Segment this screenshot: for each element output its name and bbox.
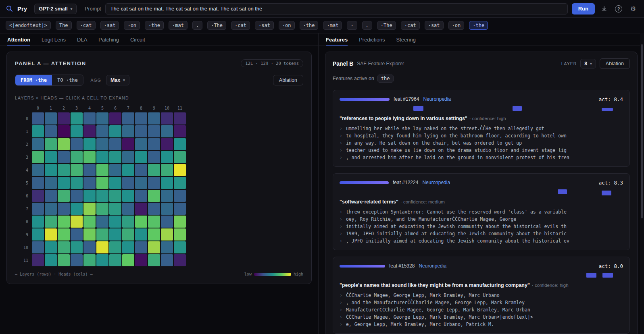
scrollbar-thumb[interactable] (641, 44, 643, 218)
tab-dla[interactable]: DLA (77, 33, 87, 46)
heatmap-cell[interactable] (83, 241, 96, 253)
heatmap-cell[interactable] (83, 151, 96, 163)
heatmap-cell[interactable] (45, 151, 57, 163)
heatmap-cell[interactable] (83, 203, 96, 215)
heatmap-cell[interactable] (45, 228, 57, 241)
heatmap-cell[interactable] (122, 241, 134, 253)
heatmap-cell[interactable] (71, 151, 83, 163)
token-chip[interactable]: ·the (300, 21, 319, 30)
heatmap-cell[interactable] (135, 125, 147, 137)
heatmap-cell[interactable] (122, 164, 134, 176)
heatmap-cell[interactable] (32, 203, 44, 215)
prompt-input[interactable] (105, 3, 568, 15)
heatmap-cell[interactable] (71, 112, 83, 124)
heatmap-cell[interactable] (174, 203, 186, 215)
heatmap-cell[interactable] (32, 254, 44, 266)
heatmap-cell[interactable] (45, 125, 57, 137)
token-chip[interactable]: ·The (207, 21, 226, 30)
token-chip[interactable]: . (362, 21, 372, 30)
heatmap-cell[interactable] (109, 125, 121, 137)
heatmap-cell[interactable] (83, 138, 96, 150)
heatmap-cell[interactable] (45, 164, 57, 176)
heatmap-cell[interactable] (148, 203, 160, 215)
heatmap-cell[interactable] (96, 177, 108, 189)
heatmap-cell[interactable] (83, 190, 96, 202)
heatmap-cell[interactable] (71, 125, 83, 137)
download-icon[interactable] (599, 4, 609, 14)
heatmap-cell[interactable] (58, 138, 70, 150)
heatmap-cell[interactable] (174, 125, 186, 137)
heatmap-cell[interactable] (148, 138, 160, 150)
heatmap-cell[interactable] (148, 125, 160, 137)
tab-logit-lens[interactable]: Logit Lens (42, 33, 66, 46)
token-chip[interactable]: ·the (469, 21, 488, 30)
heatmap-cell[interactable] (32, 151, 44, 163)
heatmap-cell[interactable] (161, 125, 173, 137)
heatmap-cell[interactable] (71, 216, 83, 228)
token-chip[interactable]: ·sat (425, 21, 444, 30)
heatmap-cell[interactable] (45, 112, 57, 124)
heatmap-cell[interactable] (109, 228, 121, 241)
heatmap-cell[interactable] (71, 228, 83, 241)
active-token-chip[interactable]: the (377, 75, 394, 83)
tab-steering[interactable]: Steering (396, 33, 416, 46)
token-chip[interactable]: ·cat (77, 21, 96, 30)
token-chip[interactable]: <|endoftext|> (6, 21, 51, 30)
heatmap-cell[interactable] (122, 151, 134, 163)
token-chip[interactable]: ·cat (231, 21, 250, 30)
neuronpedia-link[interactable]: Neuronpedia (423, 96, 451, 102)
token-chip[interactable]: ·sat (100, 21, 119, 30)
heatmap-cell[interactable] (71, 164, 83, 176)
token-chip[interactable]: ·The (377, 21, 396, 30)
heatmap-cell[interactable] (32, 177, 44, 189)
token-chip[interactable]: ·on (279, 21, 295, 30)
help-icon[interactable]: ? (615, 5, 622, 12)
heatmap-cell[interactable] (135, 177, 147, 189)
from-toggle-button[interactable]: FROM ·the (15, 75, 52, 85)
heatmap-cell[interactable] (58, 228, 70, 241)
heatmap-cell[interactable] (135, 254, 147, 266)
heatmap-cell[interactable] (58, 177, 70, 189)
heatmap-cell[interactable] (32, 216, 44, 228)
heatmap-cell[interactable] (58, 112, 70, 124)
scrollbar[interactable] (640, 33, 644, 334)
heatmap-cell[interactable] (135, 164, 147, 176)
heatmap-cell[interactable] (174, 112, 186, 124)
heatmap-cell[interactable] (83, 177, 96, 189)
heatmap-cell[interactable] (161, 151, 173, 163)
heatmap-cell[interactable] (161, 216, 173, 228)
heatmap-cell[interactable] (109, 138, 121, 150)
token-chip[interactable]: ·mat (169, 21, 188, 30)
heatmap-cell[interactable] (135, 138, 147, 150)
heatmap-cell[interactable] (122, 112, 134, 124)
tab-features[interactable]: Features (326, 33, 348, 46)
panel-a-ablation-button[interactable]: Ablation (273, 75, 303, 85)
heatmap-cell[interactable] (83, 125, 96, 137)
heatmap-cell[interactable] (148, 177, 160, 189)
heatmap-cell[interactable] (161, 112, 173, 124)
neuronpedia-link[interactable]: Neuronpedia (422, 180, 450, 185)
heatmap-cell[interactable] (45, 177, 57, 189)
heatmap-cell[interactable] (71, 138, 83, 150)
heatmap-cell[interactable] (161, 241, 173, 253)
heatmap-cell[interactable] (96, 151, 108, 163)
heatmap-cell[interactable] (122, 228, 134, 241)
heatmap-cell[interactable] (32, 164, 44, 176)
gear-icon[interactable]: ⚙ (628, 4, 638, 14)
panel-b-ablation-button[interactable]: Ablation (600, 58, 630, 69)
heatmap-cell[interactable] (96, 138, 108, 150)
heatmap-cell[interactable] (96, 164, 108, 176)
heatmap-cell[interactable] (71, 190, 83, 202)
tab-circuit[interactable]: Circuit (130, 33, 145, 46)
heatmap-cell[interactable] (83, 112, 96, 124)
heatmap-cell[interactable] (58, 164, 70, 176)
heatmap-cell[interactable] (135, 203, 147, 215)
heatmap-cell[interactable] (148, 216, 160, 228)
heatmap-cell[interactable] (148, 164, 160, 176)
heatmap-cell[interactable] (32, 190, 44, 202)
heatmap-cell[interactable] (161, 138, 173, 150)
heatmap-cell[interactable] (161, 177, 173, 189)
heatmap-cell[interactable] (32, 125, 44, 137)
heatmap-cell[interactable] (45, 216, 57, 228)
token-chip[interactable]: ·the (145, 21, 164, 30)
